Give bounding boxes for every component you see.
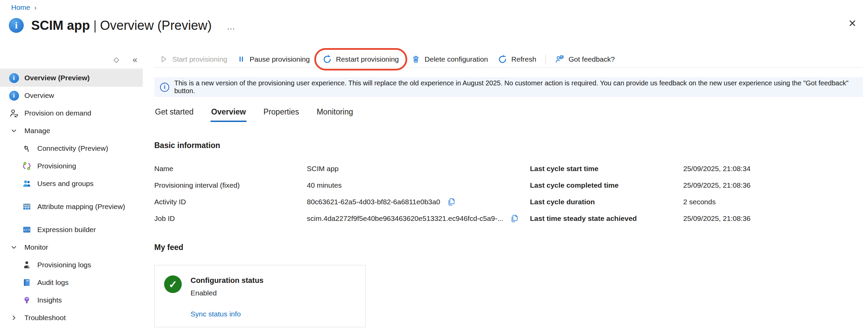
breadcrumb-home-link[interactable]: Home (11, 3, 30, 12)
tab-bar: Get started Overview Properties Monitori… (154, 106, 863, 122)
sidebar-item-expression-builder[interactable]: </> Expression builder (0, 221, 143, 238)
restart-provisioning-button[interactable]: Restart provisioning (318, 52, 404, 66)
command-bar: Start provisioning Pause provisioning (154, 51, 863, 68)
sidebar-item-label: Troubleshoot (24, 313, 66, 322)
button-label: Start provisioning (172, 55, 227, 63)
tab-properties[interactable]: Properties (263, 106, 300, 122)
sidebar-group-troubleshoot[interactable]: Troubleshoot (0, 309, 143, 327)
trash-icon (412, 55, 420, 63)
chevron-down-icon (9, 242, 19, 252)
page-title-text: Overview (Preview) (100, 18, 212, 33)
more-options-icon[interactable]: … (226, 22, 236, 32)
sidebar-item-users-and-groups[interactable]: Users and groups (0, 175, 143, 192)
tab-overview[interactable]: Overview (211, 106, 246, 122)
content-area: Start provisioning Pause provisioning (143, 51, 868, 332)
info-row-activity-id: Activity ID 80c63621-62a5-4d03-bf82-6a68… (154, 193, 530, 210)
collapse-sidebar-icon[interactable]: « (133, 55, 137, 65)
sidebar-item-overview-preview[interactable]: i Overview (Preview) (0, 69, 143, 87)
chevron-down-icon (9, 126, 19, 136)
resize-handle-icon[interactable]: ◇ (114, 56, 119, 64)
refresh-button[interactable]: Refresh (493, 52, 541, 66)
pause-icon (237, 55, 245, 63)
tab-get-started[interactable]: Get started (154, 106, 194, 122)
copy-icon (447, 198, 456, 206)
copy-icon (510, 214, 519, 223)
sidebar-item-label: Connectivity (Preview) (37, 144, 108, 153)
tab-monitoring[interactable]: Monitoring (316, 106, 354, 122)
sidebar-item-label: Insights (37, 296, 62, 305)
sidebar-item-label: Manage (24, 126, 50, 135)
info-row-last-cycle-start: Last cycle start time 25/09/2025, 21:08:… (530, 160, 863, 177)
chevron-right-icon (9, 313, 19, 323)
sidebar-item-connectivity[interactable]: Connectivity (Preview) (0, 140, 143, 157)
book-icon (22, 277, 32, 288)
my-feed-heading: My feed (154, 243, 863, 252)
info-row-steady-state: Last time steady state achieved 25/09/20… (530, 210, 863, 227)
refresh-icon (498, 55, 507, 64)
check-circle-icon: ✓ (164, 275, 182, 293)
button-label: Pause provisioning (250, 55, 310, 63)
field-label: Last time steady state achieved (530, 214, 683, 223)
main-area: ◇ « i Overview (Preview) i Overview (0, 51, 868, 332)
sidebar-item-label: Expression builder (37, 225, 96, 234)
basic-information-grid: Name SCIM app Provisioning interval (fix… (154, 160, 863, 227)
info-row-last-cycle-duration: Last cycle duration 2 seconds (530, 193, 863, 210)
lightbulb-icon (22, 295, 32, 305)
field-label: Job ID (154, 214, 307, 223)
plug-icon (22, 143, 32, 153)
sidebar-item-audit-logs[interactable]: Audit logs (0, 274, 143, 291)
card-title: Configuration status (191, 276, 263, 285)
basic-info-left-column: Name SCIM app Provisioning interval (fix… (154, 160, 530, 227)
field-value: 25/09/2025, 21:08:36 (683, 181, 751, 189)
pause-provisioning-button[interactable]: Pause provisioning (232, 52, 315, 66)
status-value: Enabled (191, 289, 263, 297)
field-value: scim.4da2272f9f5e40be963463620e513321.ec… (307, 214, 503, 223)
users-icon (22, 179, 32, 189)
sidebar: ◇ « i Overview (Preview) i Overview (0, 51, 143, 332)
play-icon (159, 55, 168, 63)
field-value: 2 seconds (683, 198, 716, 206)
provisioning-overview-page: Home › i SCIM app|Overview (Preview) … ✕… (0, 0, 868, 332)
restart-provisioning-wrap: Restart provisioning (318, 52, 404, 66)
delete-configuration-button[interactable]: Delete configuration (407, 52, 493, 66)
field-label: Activity ID (154, 198, 307, 206)
sidebar-item-label: Overview (24, 91, 54, 100)
sidebar-item-insights[interactable]: Insights (0, 291, 143, 309)
feedback-icon (555, 55, 564, 64)
button-label: Delete configuration (425, 55, 488, 63)
info-row-job-id: Job ID scim.4da2272f9f5e40be963463620e51… (154, 210, 530, 227)
copy-job-id-button[interactable] (510, 214, 519, 223)
sidebar-nav: i Overview (Preview) i Overview (0, 69, 143, 332)
got-feedback-button[interactable]: Got feedback? (550, 52, 620, 66)
sidebar-item-provisioning[interactable]: Provisioning (0, 157, 143, 175)
sidebar-item-attribute-mapping[interactable]: Attribute mapping (Preview) (0, 192, 143, 221)
page-title: SCIM app|Overview (Preview) (31, 18, 212, 33)
info-icon: i (9, 73, 19, 83)
sidebar-item-overview[interactable]: i Overview (0, 87, 143, 104)
info-icon: i (9, 90, 19, 101)
breadcrumb-chevron-icon: › (34, 4, 37, 12)
field-label: Provisioning interval (fixed) (154, 181, 307, 189)
page-header: i SCIM app|Overview (Preview) … (9, 18, 236, 33)
sidebar-group-monitor[interactable]: Monitor (0, 238, 143, 256)
sync-status-info-link[interactable]: Sync status info (191, 310, 263, 318)
sidebar-group-manage[interactable]: Manage (0, 122, 143, 140)
sidebar-item-provisioning-logs[interactable]: Provisioning logs (0, 256, 143, 274)
card-body: Configuration status Enabled Sync status… (191, 274, 263, 318)
app-name: SCIM app (31, 18, 90, 33)
copy-activity-id-button[interactable] (447, 198, 456, 206)
info-banner: i This is a new version of the provision… (154, 77, 863, 97)
toolbar-divider (546, 54, 546, 64)
sidebar-item-label: Audit logs (37, 278, 68, 287)
close-icon[interactable]: ✕ (848, 19, 856, 28)
breadcrumb: Home › (11, 3, 37, 12)
sidebar-item-label: Overview (Preview) (24, 74, 90, 82)
sidebar-item-label: Attribute mapping (Preview) (37, 202, 125, 211)
code-icon: </> (22, 225, 32, 235)
start-provisioning-button: Start provisioning (154, 52, 232, 66)
sidebar-item-provision-on-demand[interactable]: Provision on demand (0, 104, 143, 122)
button-label: Got feedback? (569, 55, 615, 63)
svg-text:</>: </> (24, 228, 30, 232)
sidebar-item-label: Monitor (24, 243, 48, 252)
table-icon (22, 202, 32, 212)
